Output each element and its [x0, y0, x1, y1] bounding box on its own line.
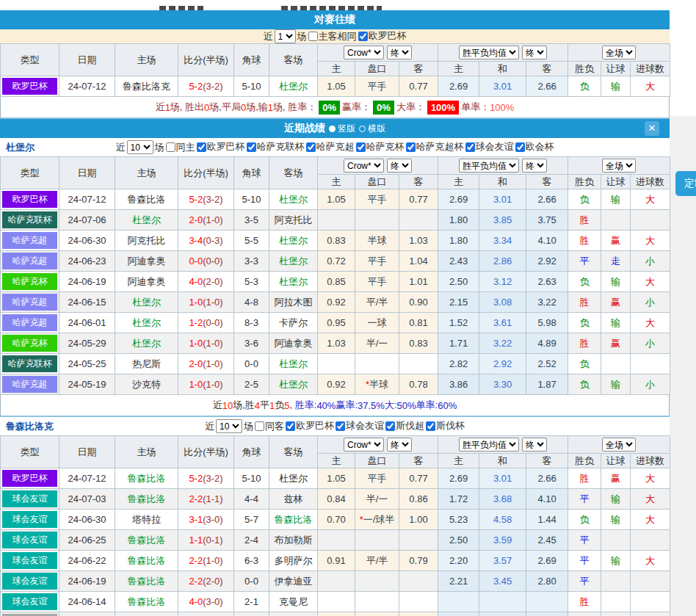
- date-cell: 24-06-23: [59, 251, 115, 272]
- close-icon[interactable]: ✕: [645, 121, 659, 136]
- subcol-handicap: 盘口: [355, 454, 399, 468]
- handicap-cell: [355, 354, 399, 374]
- league-checkbox[interactable]: [356, 142, 366, 152]
- same-away-checkbox[interactable]: [255, 421, 264, 431]
- handicap-result-cell: 输: [601, 374, 631, 395]
- league-checkbox[interactable]: [197, 142, 206, 152]
- match-row: 欧罗巴杯24-07-12鲁森比洛5-2(3-2)5-10杜堡尔1.05平手0.7…: [1, 189, 670, 210]
- avg-draw-odds: 3.45: [479, 571, 526, 592]
- team2-count-select[interactable]: 10: [216, 419, 242, 433]
- away-team-cell: 杜堡尔: [269, 231, 318, 251]
- h2h-count-select[interactable]: 1: [275, 29, 296, 43]
- near-label: 近: [264, 30, 273, 43]
- corner-cell: 4-4: [234, 489, 269, 510]
- league-filter[interactable]: 斯伐超: [384, 419, 424, 432]
- league-label: 球会友谊: [346, 419, 384, 432]
- league-filter[interactable]: 哈萨克杯: [355, 140, 405, 153]
- col-score: 比分(半场): [178, 44, 234, 76]
- away-team-cell: 兹林: [269, 489, 318, 510]
- score-cell: 1-0(1-0): [178, 292, 234, 313]
- odds-provider-select[interactable]: Crow*: [344, 46, 384, 59]
- avg-draw-odds: 4.58: [479, 510, 526, 530]
- final-odds-select[interactable]: 终: [387, 438, 412, 452]
- avg-type-select[interactable]: 胜平负均值: [459, 438, 519, 452]
- final-odds-select[interactable]: 终: [387, 46, 412, 59]
- goals-result-cell: 大: [631, 76, 670, 97]
- league-checkbox[interactable]: [286, 421, 295, 431]
- odds-provider-select[interactable]: Crow*: [344, 438, 384, 452]
- radio-horizontal[interactable]: 横版: [359, 123, 385, 135]
- handicap-cell: 平手: [355, 189, 399, 210]
- avg-type-select[interactable]: 胜平负均值: [459, 46, 519, 59]
- league-filter[interactable]: 球会友谊: [464, 140, 514, 153]
- league-label: 欧罗巴杯: [296, 419, 334, 432]
- home-team-cell: 鲁森比洛: [115, 571, 178, 592]
- summary-segment: , 胜率:: [290, 399, 317, 412]
- odds-provider-select[interactable]: Crow*: [344, 159, 384, 173]
- final-avg-select[interactable]: 终: [522, 46, 547, 59]
- league-checkbox[interactable]: [465, 142, 475, 152]
- games-label: 场: [244, 420, 253, 433]
- league-filter[interactable]: 欧罗巴杯: [357, 29, 407, 43]
- league-cell: 哈萨克超: [1, 374, 59, 395]
- same-home-checkbox[interactable]: [166, 142, 175, 152]
- league-cell: 哈萨克联杯: [1, 210, 59, 231]
- crow-away-odds: 1.03: [399, 231, 438, 251]
- league-filter[interactable]: 哈萨克联杯: [245, 140, 305, 153]
- same-away-filter[interactable]: 同客: [253, 420, 284, 433]
- goals-result-cell: 小: [631, 333, 670, 354]
- league-filter[interactable]: 欧会杯: [514, 140, 554, 153]
- team1-count-select[interactable]: 10: [127, 140, 153, 154]
- league-filter[interactable]: 球会友谊: [334, 419, 384, 432]
- league-filter[interactable]: 哈萨克超: [305, 140, 355, 153]
- handicap-cell: 平/半: [355, 551, 399, 571]
- league-checkbox[interactable]: [426, 421, 435, 431]
- avg-odds-group: 胜平负均值终: [438, 157, 568, 175]
- crow-home-odds: 0.95: [318, 313, 355, 333]
- crow-away-odds: [399, 354, 438, 374]
- league-checkbox[interactable]: [515, 142, 525, 152]
- corner-cell: 2-4: [234, 530, 269, 551]
- league-filter[interactable]: 哈萨克超杯: [405, 140, 464, 153]
- league-checkbox[interactable]: [306, 142, 316, 152]
- corner-cell: 8-3: [234, 313, 269, 333]
- same-venue-filter[interactable]: 主客相同: [307, 30, 357, 43]
- crow-home-odds: 0.92: [318, 292, 355, 313]
- avg-type-select[interactable]: 胜平负均值: [459, 159, 519, 173]
- home-team-cell: 杜堡尔: [115, 333, 178, 354]
- score-cell: 1-1(0-1): [178, 530, 234, 551]
- avg-draw-odds: 3.01: [479, 76, 526, 97]
- home-team-cell: 沙克特: [115, 374, 178, 395]
- subcol-home-odds: 主: [318, 454, 355, 468]
- league-checkbox[interactable]: [358, 32, 368, 41]
- goals-result-cell: 大: [631, 489, 670, 510]
- final-avg-select[interactable]: 终: [522, 159, 547, 173]
- final-odds-select[interactable]: 终: [387, 159, 412, 173]
- pin-button[interactable]: 定制: [675, 171, 696, 196]
- scope-select[interactable]: 全场: [602, 438, 636, 452]
- result-cell: 胜: [568, 333, 601, 354]
- final-avg-select[interactable]: 终: [522, 438, 547, 452]
- away-team-cell: 杜堡尔: [269, 76, 318, 97]
- league-checkbox[interactable]: [406, 142, 416, 152]
- away-team-cell: 杜堡尔: [269, 374, 318, 395]
- crow-home-odds: [318, 592, 355, 612]
- league-cell: 欧罗巴杯: [1, 76, 59, 97]
- league-checkbox[interactable]: [247, 142, 256, 152]
- crow-home-odds: 1.03: [318, 333, 355, 354]
- league-filter[interactable]: 欧罗巴杯: [284, 419, 334, 432]
- result-cell: 胜: [568, 231, 601, 251]
- same-venue-checkbox[interactable]: [308, 32, 318, 41]
- league-checkbox[interactable]: [336, 421, 345, 431]
- scope-select[interactable]: 全场: [602, 159, 636, 173]
- league-checkbox[interactable]: [385, 421, 395, 431]
- radio-vertical[interactable]: 竖版: [329, 123, 355, 135]
- handicap-cell: 平手: [355, 468, 399, 489]
- match-row: 哈萨克杯24-05-29杜堡尔1-0(1-0)3-6阿迪拿奥1.03半/一0.8…: [1, 333, 670, 354]
- home-team-cell: 塔特拉: [115, 510, 178, 530]
- same-home-filter[interactable]: 同主: [164, 141, 195, 154]
- league-filter[interactable]: 斯伐杯: [424, 419, 465, 432]
- scope-select[interactable]: 全场: [602, 46, 636, 59]
- league-filter[interactable]: 欧罗巴杯: [195, 140, 245, 153]
- col-away: 客场: [269, 157, 318, 189]
